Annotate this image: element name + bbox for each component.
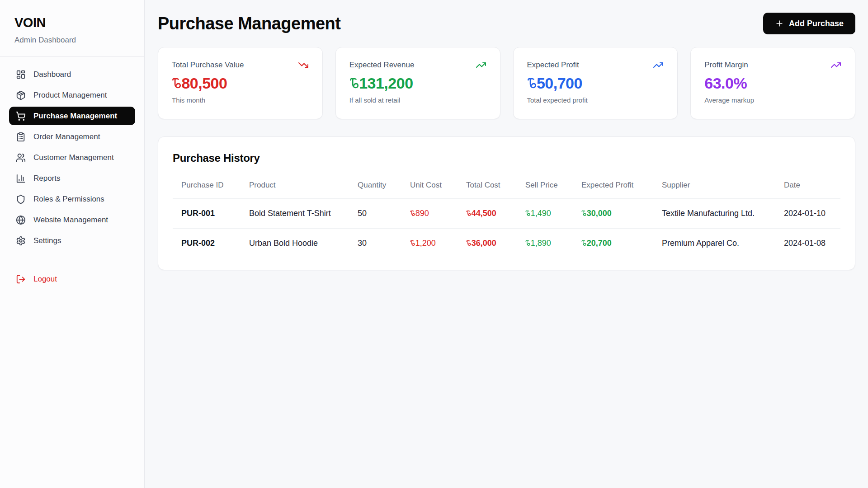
expected-profit-cell: 20,700	[573, 229, 653, 258]
stat-card-value: 63.0%	[704, 75, 841, 92]
sidebar-item-roles-permissions[interactable]: Roles & Permissions	[9, 190, 135, 208]
trending-up-icon	[476, 60, 486, 70]
column-header-product: Product	[241, 175, 349, 199]
sidebar-item-order-management[interactable]: Order Management	[9, 127, 135, 146]
column-header-sell-price: Sell Price	[517, 175, 573, 199]
layout-dashboard-icon	[16, 70, 26, 80]
sidebar-item-label: Reports	[33, 174, 61, 183]
column-header-supplier: Supplier	[653, 175, 775, 199]
logout-label: Logout	[33, 275, 57, 284]
supplier-cell: Textile Manufacturing Ltd.	[653, 199, 775, 229]
purchase-history-panel: Purchase History Purchase ID Product Qua…	[158, 136, 855, 270]
quantity-cell: 50	[349, 199, 401, 229]
sidebar: VOIN Admin Dashboard Dashboard Product M…	[0, 0, 145, 488]
users-icon	[16, 153, 26, 163]
sidebar-item-website-management[interactable]: Website Management	[9, 211, 135, 229]
column-header-purchase-id: Purchase ID	[173, 175, 241, 199]
taka-currency-icon	[525, 240, 530, 247]
trending-up-icon	[830, 60, 841, 70]
date-cell: 2024-01-10	[775, 199, 840, 229]
stat-card-total-purchase-value: Total Purchase Value 80,500 This month	[158, 47, 323, 119]
unit-cost-cell: 890	[401, 199, 458, 229]
total-cost-cell: 36,000	[458, 229, 517, 258]
column-header-expected-profit: Expected Profit	[573, 175, 653, 199]
stat-card-label: Total Purchase Value	[172, 61, 244, 70]
page-title: Purchase Management	[158, 14, 340, 33]
package-icon	[16, 90, 26, 100]
column-header-date: Date	[775, 175, 840, 199]
plus-icon	[775, 19, 784, 28]
page-header: Purchase Management Add Purchase	[158, 13, 855, 34]
globe-icon	[16, 215, 26, 225]
total-cost-cell: 44,500	[458, 199, 517, 229]
date-cell: 2024-01-08	[775, 229, 840, 258]
taka-currency-icon	[466, 240, 471, 247]
stat-card-subtext: This month	[172, 96, 309, 104]
stat-card-label: Profit Margin	[704, 61, 748, 70]
supplier-cell: Premium Apparel Co.	[653, 229, 775, 258]
product-cell: Bold Statement T-Shirt	[241, 199, 349, 229]
shopping-cart-icon	[16, 111, 26, 121]
stat-card-label: Expected Profit	[527, 61, 579, 70]
sidebar-item-label: Roles & Permissions	[33, 195, 104, 204]
stat-card-value: 80,500	[172, 75, 309, 92]
stat-card-subtext: If all sold at retail	[349, 96, 486, 104]
taka-currency-icon	[410, 210, 415, 217]
stat-card-subtext: Average markup	[704, 96, 841, 104]
sidebar-item-settings[interactable]: Settings	[9, 231, 135, 250]
sidebar-item-dashboard[interactable]: Dashboard	[9, 65, 135, 84]
purchase-id-cell: PUR-001	[173, 199, 241, 229]
sidebar-item-label: Dashboard	[33, 70, 71, 79]
unit-cost-cell: 1,200	[401, 229, 458, 258]
taka-currency-icon	[410, 240, 415, 247]
bar-chart-icon	[16, 174, 26, 183]
sell-price-cell: 1,490	[517, 199, 573, 229]
purchase-history-table: Purchase ID Product Quantity Unit Cost T…	[173, 175, 840, 258]
shield-icon	[16, 194, 26, 204]
taka-currency-icon	[581, 210, 586, 217]
table-row: PUR-002 Urban Bold Hoodie 30 1,200 36,00…	[173, 229, 840, 258]
stat-card-value: 131,200	[349, 75, 486, 92]
stat-card-profit-margin: Profit Margin 63.0% Average markup	[690, 47, 855, 119]
sidebar-item-product-management[interactable]: Product Management	[9, 86, 135, 104]
stat-card-expected-revenue: Expected Revenue 131,200 If all sold at …	[335, 47, 500, 119]
stat-card-label: Expected Revenue	[349, 61, 415, 70]
quantity-cell: 30	[349, 229, 401, 258]
sidebar-item-label: Order Management	[33, 132, 100, 141]
stat-cards-row: Total Purchase Value 80,500 This month E…	[158, 47, 855, 119]
sidebar-item-label: Purchase Management	[33, 112, 117, 121]
column-header-unit-cost: Unit Cost	[401, 175, 458, 199]
stat-card-subtext: Total expected profit	[527, 96, 664, 104]
trending-up-icon	[653, 60, 664, 70]
logout-icon	[16, 274, 26, 284]
logout-button[interactable]: Logout	[9, 270, 135, 288]
sidebar-item-reports[interactable]: Reports	[9, 169, 135, 188]
sidebar-nav: Dashboard Product Management Purchase Ma…	[0, 57, 144, 291]
sidebar-item-label: Product Management	[33, 91, 107, 100]
taka-currency-icon	[527, 77, 536, 90]
stat-card-value: 50,700	[527, 75, 664, 92]
table-row: PUR-001 Bold Statement T-Shirt 50 890 44…	[173, 199, 840, 229]
trending-down-icon	[298, 60, 309, 70]
sidebar-item-customer-management[interactable]: Customer Management	[9, 148, 135, 167]
sidebar-item-label: Customer Management	[33, 153, 114, 162]
expected-profit-cell: 30,000	[573, 199, 653, 229]
column-header-quantity: Quantity	[349, 175, 401, 199]
sidebar-item-purchase-management[interactable]: Purchase Management	[9, 107, 135, 125]
clipboard-list-icon	[16, 132, 26, 142]
purchase-id-cell: PUR-002	[173, 229, 241, 258]
sidebar-item-label: Settings	[33, 236, 61, 245]
taka-currency-icon	[581, 240, 586, 247]
sell-price-cell: 1,890	[517, 229, 573, 258]
app-logo: VOIN	[14, 15, 130, 30]
add-purchase-label: Add Purchase	[789, 19, 844, 28]
taka-currency-icon	[349, 77, 359, 90]
gear-icon	[16, 236, 26, 246]
add-purchase-button[interactable]: Add Purchase	[763, 13, 855, 34]
table-header-row: Purchase ID Product Quantity Unit Cost T…	[173, 175, 840, 199]
app-subtitle: Admin Dashboard	[14, 36, 130, 45]
stat-card-expected-profit: Expected Profit 50,700 Total expected pr…	[513, 47, 678, 119]
taka-currency-icon	[525, 210, 530, 217]
purchase-history-title: Purchase History	[173, 152, 840, 164]
taka-currency-icon	[172, 77, 181, 90]
